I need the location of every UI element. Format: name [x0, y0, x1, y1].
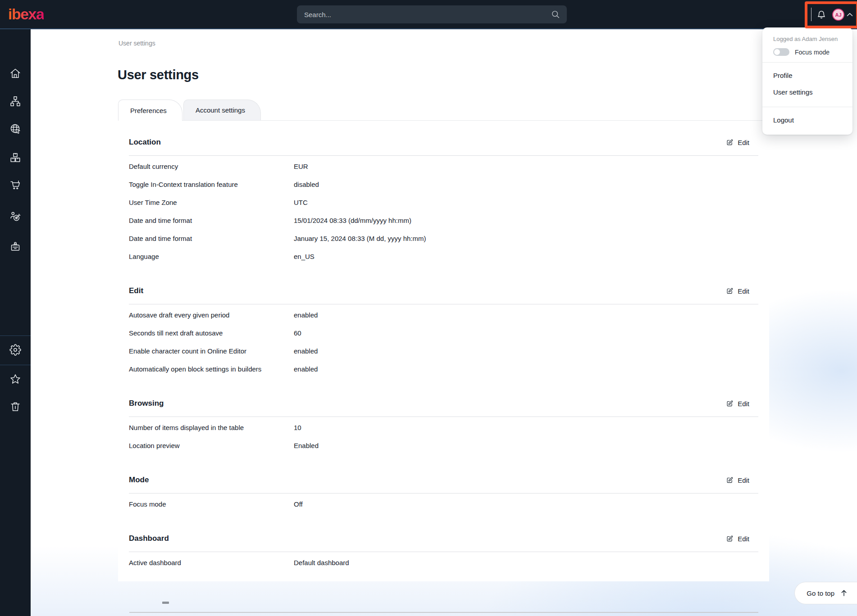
globe-cursor-icon[interactable] [6, 120, 24, 138]
home-icon[interactable] [6, 64, 24, 82]
setting-label: Autosave draft every given period [129, 311, 294, 319]
settings-row: Location preview Enabled [129, 436, 758, 454]
settings-row: Autosave draft every given period enable… [129, 306, 758, 324]
settings-row: Automatically open block settings in bui… [129, 360, 758, 378]
edit-label: Edit [738, 535, 749, 543]
settings-row: Seconds till next draft autosave 60 [129, 324, 758, 342]
avatar-initials: AJ [835, 12, 841, 18]
topbar-divider [811, 8, 811, 21]
search-input[interactable] [303, 10, 546, 19]
shopping-cart-icon[interactable] [6, 176, 24, 194]
setting-value: 60 [294, 329, 758, 337]
settings-row: User Time Zone UTC [129, 193, 758, 211]
toggle-knob [774, 49, 780, 55]
trash-icon[interactable] [6, 398, 24, 416]
menu-item-user-settings[interactable]: User settings [762, 84, 852, 100]
focus-mode-toggle[interactable] [773, 48, 789, 56]
settings-row: Date and time format January 15, 2024 08… [129, 229, 758, 247]
section-title: Location [129, 138, 161, 147]
packages-icon[interactable] [6, 149, 24, 167]
section-location: Location Edit Default currency EUR Toggl… [129, 137, 758, 265]
settings-row: Default currency EUR [129, 157, 758, 175]
breadcrumb: User settings [119, 40, 155, 47]
clipped-text-fragment [162, 602, 169, 604]
audience-target-icon[interactable] [6, 208, 24, 226]
setting-label: Seconds till next draft autosave [129, 329, 294, 337]
edit-label: Edit [738, 400, 749, 408]
settings-row: Date and time format 15/01/2024 08:33 (d… [129, 211, 758, 229]
user-dropdown-menu: Logged as Adam Jensen Focus mode Profile… [762, 27, 852, 135]
section-divider [129, 417, 758, 417]
setting-label: Language [129, 253, 294, 260]
ibexa-logo[interactable]: ibexa [8, 5, 44, 23]
tab-account-settings[interactable]: Account settings [183, 100, 261, 120]
settings-gear-icon[interactable] [6, 341, 24, 359]
next-section-top-border [129, 612, 758, 613]
badge-icon[interactable] [6, 238, 24, 256]
chevron-up-icon[interactable] [847, 13, 853, 17]
sidebar-separator [0, 365, 31, 365]
sitemap-icon[interactable] [6, 92, 24, 110]
focus-mode-label: Focus mode [795, 49, 830, 56]
section-mode: Mode Edit Focus mode Off [129, 475, 758, 513]
settings-row: Focus mode Off [129, 495, 758, 513]
setting-label: Date and time format [129, 217, 294, 224]
section-title: Edit [129, 286, 143, 295]
settings-row: Language en_US [129, 247, 758, 265]
section-divider [129, 552, 758, 552]
setting-label: Active dashboard [129, 559, 294, 566]
setting-value: UTC [294, 199, 758, 206]
edit-browsing-button[interactable]: Edit [726, 400, 749, 408]
tab-preferences[interactable]: Preferences [118, 100, 182, 121]
preferences-panel: Location Edit Default currency EUR Toggl… [118, 120, 769, 581]
search-icon[interactable] [551, 9, 561, 19]
sidebar-separator [0, 335, 31, 336]
section-edit: Edit Edit Autosave draft every given per… [129, 285, 758, 378]
setting-value: enabled [294, 311, 758, 319]
edit-label: Edit [738, 287, 749, 295]
setting-label: Automatically open block settings in bui… [129, 365, 294, 373]
section-title: Browsing [129, 399, 164, 408]
setting-value: enabled [294, 365, 758, 373]
settings-row: Number of items displayed in the table 1… [129, 418, 758, 436]
menu-item-logout[interactable]: Logout [762, 112, 852, 128]
go-to-top-label: Go to top [807, 589, 834, 597]
edit-edit-section-button[interactable]: Edit [726, 287, 749, 295]
section-divider [129, 493, 758, 494]
setting-value: January 15, 2024 08:33 (M dd, yyyy hh:mm… [294, 235, 758, 242]
setting-label: Focus mode [129, 500, 294, 508]
notifications-bell-icon[interactable] [816, 9, 827, 20]
page-title: User settings [118, 68, 199, 82]
menu-divider [762, 107, 852, 107]
logged-as-text: Logged as Adam Jensen [762, 36, 852, 42]
user-avatar[interactable]: AJ [832, 9, 844, 21]
settings-row: Enable character count in Online Editor … [129, 342, 758, 360]
settings-tabs: Preferences Account settings [118, 100, 261, 120]
settings-row: Toggle In-Context translation feature di… [129, 175, 758, 193]
setting-value: Default dashboard [294, 559, 758, 566]
star-icon[interactable] [6, 370, 24, 388]
setting-value: Enabled [294, 442, 758, 449]
section-divider [129, 155, 758, 156]
setting-value: en_US [294, 253, 758, 260]
topbar: ibexa AJ [0, 0, 857, 29]
edit-mode-button[interactable]: Edit [726, 476, 749, 484]
setting-value: enabled [294, 347, 758, 355]
setting-label: Number of items displayed in the table [129, 424, 294, 431]
edit-pencil-icon [726, 287, 734, 295]
global-search[interactable] [297, 5, 567, 23]
edit-dashboard-button[interactable]: Edit [726, 535, 749, 543]
edit-location-button[interactable]: Edit [726, 139, 749, 146]
edit-pencil-icon [726, 535, 734, 543]
edit-label: Edit [738, 476, 749, 484]
edit-pencil-icon [726, 139, 734, 146]
main-sidebar [0, 28, 31, 616]
setting-value: disabled [294, 181, 758, 188]
section-dashboard: Dashboard Edit Active dashboard Default … [129, 533, 758, 571]
go-to-top-button[interactable]: Go to top [794, 582, 857, 604]
arrow-up-icon [840, 589, 848, 597]
menu-item-profile[interactable]: Profile [762, 67, 852, 84]
section-browsing: Browsing Edit Number of items displayed … [129, 398, 758, 454]
edit-pencil-icon [726, 476, 734, 484]
setting-value: 10 [294, 424, 758, 431]
